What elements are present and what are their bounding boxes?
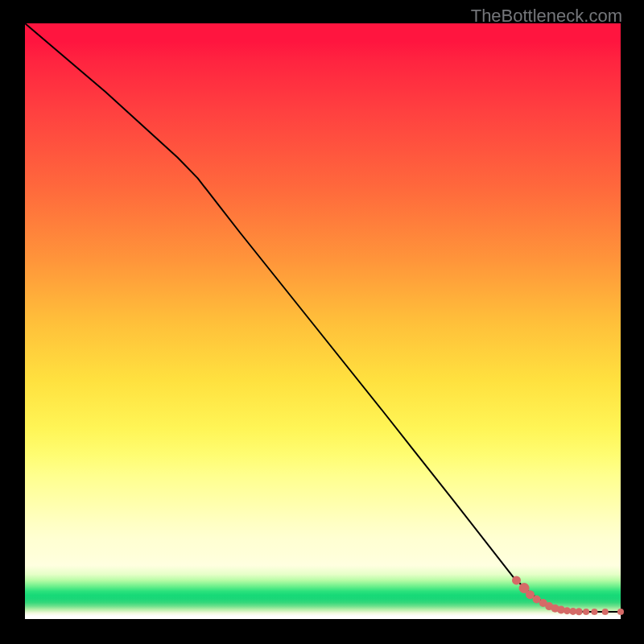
marker-group	[512, 576, 624, 615]
data-marker	[602, 609, 609, 615]
data-marker	[617, 609, 624, 615]
main-curve	[25, 23, 621, 612]
data-marker	[583, 609, 589, 615]
chart-stage: TheBottleneck.com	[0, 0, 644, 644]
data-marker	[591, 609, 597, 615]
chart-overlay	[25, 23, 621, 619]
data-marker	[576, 608, 583, 615]
watermark-text: TheBottleneck.com	[471, 6, 622, 27]
data-marker	[512, 576, 521, 584]
